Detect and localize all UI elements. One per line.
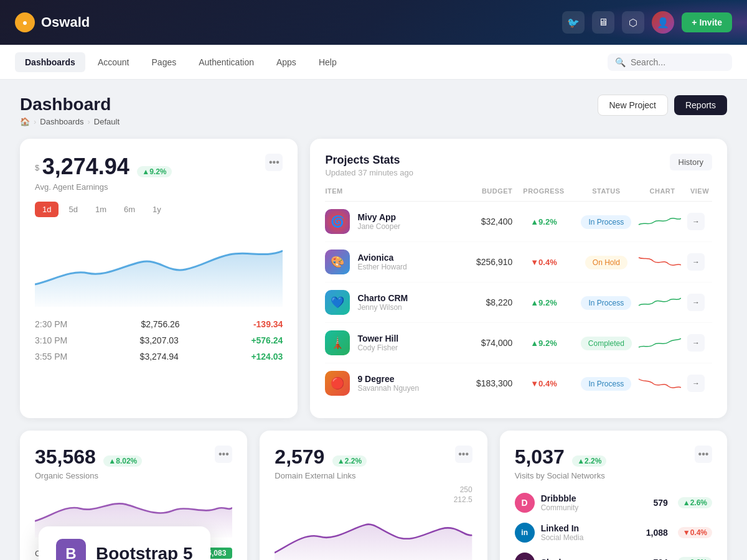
earnings-change-1: +576.24 [251,335,283,345]
project-icon-3: 🗼 [325,330,350,355]
organic-more-button[interactable]: ••• [215,446,232,463]
currency-symbol: $ [35,163,39,172]
view-btn-4[interactable]: → [687,375,705,392]
project-row-1: 🎨 Avionica Esther Howard $256,910 ▼0.4% … [325,242,712,282]
project-info-2: Charto CRM Jenny Wilson [357,293,408,312]
earnings-row-2: 3:55 PM $3,274.94 +124.03 [35,352,283,362]
organic-numbers: 35,568 ▲8.02% Organic Sessions [35,446,142,480]
project-info-0: Mivy App Jane Cooper [357,212,400,231]
status-3: Completed [581,337,632,350]
earnings-chart [35,232,283,307]
invite-button[interactable]: + Invite [682,12,732,32]
earnings-time-1: 3:10 PM [35,335,67,345]
projects-title: Projects Stats [325,154,413,167]
project-item-1: 🎨 Avionica Esther Howard [325,250,450,274]
earnings-change-2: +124.03 [251,352,283,362]
organic-label: Organic Sessions [35,471,142,480]
nav-item-authentication[interactable]: Authentication [189,52,264,72]
status-2: In Process [581,296,631,310]
earnings-time-0: 2:30 PM [35,319,67,329]
time-filter-1d[interactable]: 1d [35,202,59,217]
social-more-button[interactable]: ••• [695,446,712,463]
breadcrumb: 🏠 › Dashboards › Default [20,117,120,126]
monitor-icon-btn[interactable]: 🖥 [592,11,614,34]
project-info-1: Avionica Esther Howard [357,253,406,271]
project-icon-2: 💙 [325,290,350,315]
domain-number: 2,579 [275,446,324,468]
project-item-0: 🌀 Mivy App Jane Cooper [325,209,450,234]
project-row-0: 🌀 Mivy App Jane Cooper $32,400 ▲9.2% In … [325,202,712,242]
breadcrumb-default: Default [94,117,120,126]
page-content: Dashboard 🏠 › Dashboards › Default New P… [0,80,747,560]
col-status: STATUS [575,187,637,195]
search-input[interactable] [631,57,725,67]
project-item-2: 💙 Charto CRM Jenny Wilson [325,290,450,315]
logo-icon: ● [15,12,35,32]
nav-item-pages[interactable]: Pages [142,52,187,72]
history-button[interactable]: History [670,154,712,170]
earnings-main: $ 3,274.94 ▲9.2% Avg. Agent Earnings [35,154,172,192]
organic-header: 35,568 ▲8.02% Organic Sessions ••• [35,446,232,480]
page-title: Dashboard [20,95,120,114]
earnings-amount-0: $2,756.26 [141,319,179,329]
new-project-button[interactable]: New Project [598,95,668,116]
domain-badge: ▲2.2% [332,455,367,467]
share-icon-btn[interactable]: ⬡ [622,11,644,34]
earnings-amount-row: $ 3,274.94 ▲9.2% [35,154,172,180]
col-view: VIEW [687,187,712,195]
social-item-1: in Linked In Social Media 1,088 ▼0.4% [515,518,712,548]
page-title-area: Dashboard 🏠 › Dashboards › Default [20,95,120,126]
logo-text: Oswald [41,14,90,30]
chart-4 [637,374,681,393]
main-grid: $ 3,274.94 ▲9.2% Avg. Agent Earnings •••… [20,139,727,418]
status-0: In Process [581,215,631,229]
view-btn-1[interactable]: → [687,253,705,271]
social-networks-card: 5,037 ▲2.2% Visits by Social Networks ••… [500,431,727,560]
view-btn-0[interactable]: → [687,213,705,230]
time-filter-1y[interactable]: 1y [145,202,169,217]
view-btn-2[interactable]: → [687,294,705,311]
slack-icon: # [515,553,535,560]
social-item-2: # Slack 794 ▲0.2% [515,548,712,560]
domain-header: 2,579 ▲2.2% Domain External Links ••• [275,446,472,480]
nav-item-account[interactable]: Account [88,52,139,72]
nav-item-help[interactable]: Help [309,52,347,72]
social-item-0: D Dribbble Community 579 ▲2.6% [515,488,712,518]
time-filter-5d[interactable]: 5d [61,202,85,217]
search-icon: 🔍 [615,57,626,67]
chart-0 [637,212,681,231]
nav-item-dashboards[interactable]: Dashboards [15,52,85,72]
earnings-amount-2: $3,274.94 [140,352,179,362]
domain-chart-labels: 250 [275,485,472,494]
nav-search-area: 🔍 [608,54,732,71]
projects-table-header: ITEM BUDGET PROGRESS STATUS CHART VIEW [325,187,712,202]
chart-1 [637,253,681,271]
reports-button[interactable]: Reports [674,95,727,115]
earnings-row-1: 3:10 PM $3,207.03 +576.24 [35,335,283,345]
organic-number: 35,568 [35,446,96,468]
dribbble-icon: D [515,493,535,513]
social-numbers: 5,037 ▲2.2% Visits by Social Networks [515,446,607,480]
view-btn-3[interactable]: → [687,334,705,352]
page-header: Dashboard 🏠 › Dashboards › Default New P… [20,95,727,126]
time-filter-1m[interactable]: 1m [88,202,114,217]
chart-3 [637,334,681,352]
earnings-rows: 2:30 PM $2,756.26 -139.34 3:10 PM $3,207… [35,319,283,362]
time-filter-6m[interactable]: 6m [116,202,143,217]
earnings-change-0: -139.34 [253,319,283,329]
status-1: On Hold [585,256,627,269]
earnings-badge: ▲9.2% [137,166,171,177]
bird-icon-btn[interactable]: 🐦 [562,11,585,34]
project-info-3: Tower Hill Cody Fisher [357,334,398,352]
earnings-header: $ 3,274.94 ▲9.2% Avg. Agent Earnings ••• [35,154,283,192]
breadcrumb-dashboards[interactable]: Dashboards [40,117,83,126]
earnings-time-2: 3:55 PM [35,352,67,362]
domain-links-card: 2,579 ▲2.2% Domain External Links ••• 25… [260,431,487,560]
avatar[interactable]: 👤 [652,11,674,34]
nav-item-apps[interactable]: Apps [266,52,306,72]
home-icon: 🏠 [20,117,30,126]
earnings-more-button[interactable]: ••• [265,154,283,171]
domain-more-button[interactable]: ••• [455,446,472,463]
project-item-4: 🔴 9 Degree Savannah Nguyen [325,371,450,396]
page-header-actions: New Project Reports [598,95,728,116]
